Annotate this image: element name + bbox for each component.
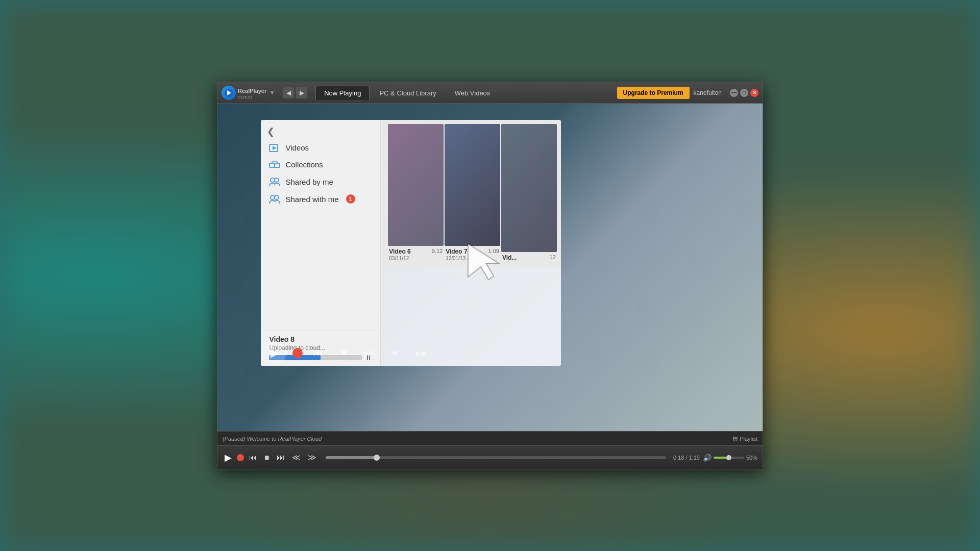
- collections-label: Collections: [285, 160, 323, 169]
- overlay-ff-button[interactable]: »»: [411, 343, 430, 363]
- svg-rect-6: [272, 161, 277, 164]
- fast-forward-button[interactable]: ≫: [306, 450, 318, 464]
- minimize-button[interactable]: —: [730, 89, 738, 97]
- logo-area: RealPlayer CLOUD ▼: [222, 86, 275, 100]
- back-button[interactable]: ◀: [283, 87, 294, 98]
- video-sidebar: ❮ Videos: [261, 120, 381, 366]
- playlist-icon: ▤: [732, 435, 738, 442]
- progress-track[interactable]: [326, 456, 666, 459]
- realplayer-logo-icon: [222, 86, 236, 100]
- player-window: RealPlayer CLOUD ▼ ◀ ▶ Now Playing PC & …: [217, 82, 763, 469]
- overlay-prev-button[interactable]: ⏮: [309, 343, 328, 363]
- overlay-next-button[interactable]: ⏭: [360, 343, 379, 363]
- username-label: kanefulton: [694, 89, 722, 96]
- shared-with-me-icon: [269, 194, 280, 204]
- prev-button[interactable]: ⏮: [247, 451, 259, 464]
- record-button[interactable]: [237, 454, 244, 461]
- playlist-button[interactable]: ▤ Playlist: [732, 435, 757, 442]
- collections-icon: [269, 161, 280, 169]
- volume-icon: 🔊: [703, 454, 712, 462]
- playlist-label: Playlist: [740, 436, 757, 442]
- svg-point-10: [275, 195, 279, 199]
- title-bar-right: Upgrade to Premium kanefulton — □ ✕: [617, 87, 758, 99]
- video-content: ❮ Videos: [217, 104, 763, 431]
- video-icon: [269, 144, 280, 152]
- window-controls: — □ ✕: [730, 89, 758, 97]
- nav-arrows: ◀ ▶: [283, 87, 307, 98]
- video-controls-overlay: ▶ ⏮ ■ ⏭ ≪: [261, 340, 440, 366]
- tabs-container: Now Playing PC & Cloud Library Web Video…: [315, 86, 617, 100]
- status-text: (Paused) Welcome to RealPlayer Cloud: [223, 436, 322, 442]
- logo-dropdown-arrow[interactable]: ▼: [270, 90, 275, 95]
- status-bar: (Paused) Welcome to RealPlayer Cloud ▤ P…: [217, 431, 763, 445]
- thumb-img-partial: [501, 124, 557, 252]
- tab-now-playing[interactable]: Now Playing: [315, 86, 370, 100]
- title-bar: RealPlayer CLOUD ▼ ◀ ▶ Now Playing PC & …: [217, 82, 763, 104]
- svg-point-9: [271, 195, 275, 199]
- controls-bar: ▶ ⏮ ■ ⏭ ≪ ≫ 0:18 / 1:19 🔊 50%: [217, 445, 763, 469]
- videos-label: Videos: [285, 143, 309, 152]
- thumbnails-area: Video 6 9.12 03/11/12 Video 7 1.09 12/0: [384, 120, 561, 267]
- sidebar-videos-item[interactable]: Videos: [261, 139, 380, 156]
- notification-badge: 1: [346, 194, 355, 204]
- play-button[interactable]: ▶: [223, 450, 234, 465]
- thumb-img-video6: [388, 124, 444, 246]
- maximize-button[interactable]: □: [740, 89, 748, 97]
- progress-played: [326, 456, 377, 459]
- overlay-record-button[interactable]: [292, 348, 303, 358]
- volume-track[interactable]: [714, 457, 744, 459]
- rewind-button[interactable]: ≪: [290, 450, 303, 464]
- shared-by-me-icon: [269, 177, 280, 186]
- overlay-play-button[interactable]: ▶: [261, 340, 286, 366]
- sidebar-shared-by-me-item[interactable]: Shared by me: [261, 173, 380, 190]
- sidebar-collections-item[interactable]: Collections: [261, 156, 380, 173]
- volume-thumb[interactable]: [726, 455, 731, 460]
- thumb-info-video7: Video 7 1.09 12/01/13: [445, 246, 500, 263]
- volume-area: 🔊 50%: [703, 454, 757, 462]
- thumb-info-partial: Vid... 12: [501, 252, 557, 263]
- svg-marker-3: [273, 146, 277, 150]
- thumb-info-video6: Video 6 9.12 03/11/12: [388, 246, 444, 263]
- close-button[interactable]: ✕: [750, 89, 758, 97]
- video-ui-panel: ❮ Videos: [261, 120, 560, 366]
- shared-by-me-label: Shared by me: [285, 178, 333, 186]
- volume-percentage: 50%: [746, 455, 757, 461]
- thumbnail-video-partial[interactable]: Vid... 12: [501, 124, 557, 263]
- tab-pc-cloud-library[interactable]: PC & Cloud Library: [371, 86, 445, 100]
- overlay-stop-button[interactable]: ■: [334, 343, 354, 363]
- overlay-rewind-button[interactable]: ≪: [385, 343, 405, 363]
- back-nav-icon[interactable]: ❮: [261, 124, 380, 139]
- progress-thumb[interactable]: [374, 455, 380, 461]
- svg-point-7: [271, 178, 275, 182]
- logo-text: RealPlayer CLOUD: [238, 86, 266, 99]
- stop-button[interactable]: ■: [262, 451, 272, 464]
- sidebar-shared-with-me-item[interactable]: Shared with me 1: [261, 190, 380, 208]
- shared-with-me-label: Shared with me: [285, 195, 338, 204]
- video-area[interactable]: ❮ Videos: [217, 104, 763, 431]
- thumbnail-video6[interactable]: Video 6 9.12 03/11/12: [388, 124, 444, 263]
- next-button[interactable]: ⏭: [275, 451, 287, 464]
- thumbnail-video7[interactable]: Video 7 1.09 12/01/13: [445, 124, 500, 263]
- svg-point-8: [275, 178, 279, 182]
- tab-web-videos[interactable]: Web Videos: [446, 86, 499, 100]
- forward-button[interactable]: ▶: [296, 87, 307, 98]
- thumb-img-video7: [445, 124, 500, 246]
- upgrade-to-premium-button[interactable]: Upgrade to Premium: [617, 87, 690, 99]
- time-display: 0:18 / 1:19: [673, 455, 700, 461]
